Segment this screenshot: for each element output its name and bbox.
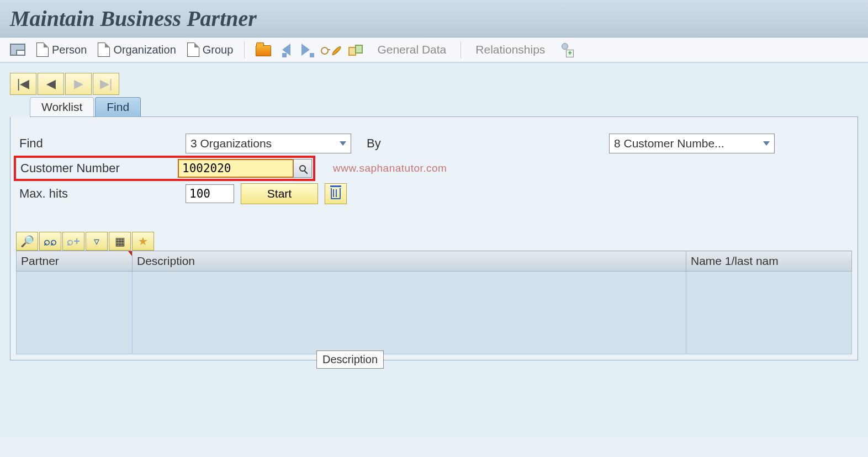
col-description[interactable]: Description xyxy=(133,251,686,272)
next-record-button[interactable]: ▶ xyxy=(65,73,92,95)
tab-worklist[interactable]: Worklist xyxy=(30,97,94,116)
clear-button[interactable] xyxy=(325,183,347,204)
filter-icon: ▿ xyxy=(94,235,99,248)
last-record-button[interactable]: ▶| xyxy=(93,73,119,95)
watermark-text: www.saphanatutor.com xyxy=(333,162,447,174)
glasses-edit-button[interactable] xyxy=(317,43,341,56)
find-row: Find 3 Organizations By 8 Customer Numbe… xyxy=(16,134,852,153)
title-bar: Maintain Business Partner xyxy=(0,0,868,38)
page-icon xyxy=(98,42,110,57)
person-label: Person xyxy=(52,44,87,56)
table-row xyxy=(17,272,852,354)
arrow-left-icon xyxy=(282,44,290,56)
col-name1[interactable]: Name 1/last nam xyxy=(686,251,852,272)
favorite-button[interactable]: ★ xyxy=(132,232,154,251)
layout-button[interactable]: ▦ xyxy=(109,232,131,251)
nav-back-button[interactable] xyxy=(279,42,294,57)
glasses-pencil-icon xyxy=(321,45,337,55)
folder-open-icon xyxy=(256,45,271,56)
switch-icon xyxy=(348,44,363,56)
app-toolbar: Person Organization Group General Data R… xyxy=(0,38,868,62)
customer-number-input[interactable] xyxy=(178,159,294,178)
value-help-button[interactable] xyxy=(293,159,312,178)
switch-button[interactable] xyxy=(345,42,366,57)
col-partner[interactable]: Partner xyxy=(17,251,133,272)
detail-icon: 🔎 xyxy=(20,235,34,248)
layout-button[interactable] xyxy=(7,42,29,57)
add-user-button[interactable] xyxy=(556,41,576,58)
binoculars-plus-icon: ⌕+ xyxy=(67,235,80,248)
separator xyxy=(244,41,245,58)
start-button[interactable]: Start xyxy=(241,183,318,204)
tab-row: Worklist Find xyxy=(30,97,858,117)
find-panel: Find 3 Organizations By 8 Customer Numbe… xyxy=(10,117,858,360)
binoculars-icon: ⌕⌕ xyxy=(44,235,57,248)
organization-label: Organization xyxy=(113,44,176,56)
chevron-down-icon xyxy=(763,141,770,146)
grid-icon: ▦ xyxy=(115,235,125,248)
arrow-right-icon xyxy=(301,44,310,56)
record-nav: |◀ ◀ ▶ ▶| xyxy=(10,73,858,95)
find-label: Find xyxy=(16,136,179,151)
max-hits-row: Max. hits Start xyxy=(16,183,852,204)
search-icon xyxy=(299,165,306,172)
filter-button[interactable]: ▿ xyxy=(86,232,108,251)
find-dropdown[interactable]: 3 Organizations xyxy=(186,134,351,153)
star-icon: ★ xyxy=(138,235,148,248)
user-plus-icon xyxy=(559,43,573,56)
first-record-button[interactable]: |◀ xyxy=(10,73,36,95)
results-table: Partner Description Name 1/last nam xyxy=(16,251,852,354)
page-icon xyxy=(187,42,199,57)
tab-find[interactable]: Find xyxy=(95,97,141,116)
by-dropdown-value: 8 Customer Numbe... xyxy=(614,137,724,150)
max-hits-input[interactable] xyxy=(186,184,234,203)
chevron-down-icon xyxy=(340,141,346,146)
by-dropdown[interactable]: 8 Customer Numbe... xyxy=(609,134,775,153)
by-label: By xyxy=(358,136,443,151)
marker-icon xyxy=(128,251,132,256)
highlight-annotation: Customer Number xyxy=(14,156,315,181)
detail-view-button[interactable]: 🔎 xyxy=(16,232,38,251)
find-next-button[interactable]: ⌕+ xyxy=(62,232,84,251)
group-label: Group xyxy=(203,44,234,56)
organization-button[interactable]: Organization xyxy=(94,41,179,59)
layout-icon xyxy=(10,44,25,56)
general-data-label: General Data xyxy=(377,43,446,56)
result-toolbar: 🔎 ⌕⌕ ⌕+ ▿ ▦ ★ xyxy=(16,232,852,251)
customer-number-label: Customer Number xyxy=(17,161,178,176)
page-title: Maintain Business Partner xyxy=(10,6,858,31)
separator xyxy=(461,41,461,58)
relationships-label: Relationships xyxy=(475,43,545,56)
find-button[interactable]: ⌕⌕ xyxy=(39,232,61,251)
page-icon xyxy=(36,42,49,57)
main-area: |◀ ◀ ▶ ▶| Worklist Find Find 3 Organizat… xyxy=(0,62,868,437)
nav-forward-button[interactable] xyxy=(298,42,313,57)
tooltip: Description xyxy=(316,350,384,369)
prev-record-button[interactable]: ◀ xyxy=(38,73,64,95)
max-hits-label: Max. hits xyxy=(16,187,179,201)
group-button[interactable]: Group xyxy=(184,41,237,59)
trash-icon xyxy=(331,188,341,199)
person-button[interactable]: Person xyxy=(33,41,90,59)
open-button[interactable] xyxy=(252,41,274,58)
customer-number-row: Customer Number www.saphanatutor.com xyxy=(16,158,852,179)
find-dropdown-value: 3 Organizations xyxy=(190,137,272,150)
